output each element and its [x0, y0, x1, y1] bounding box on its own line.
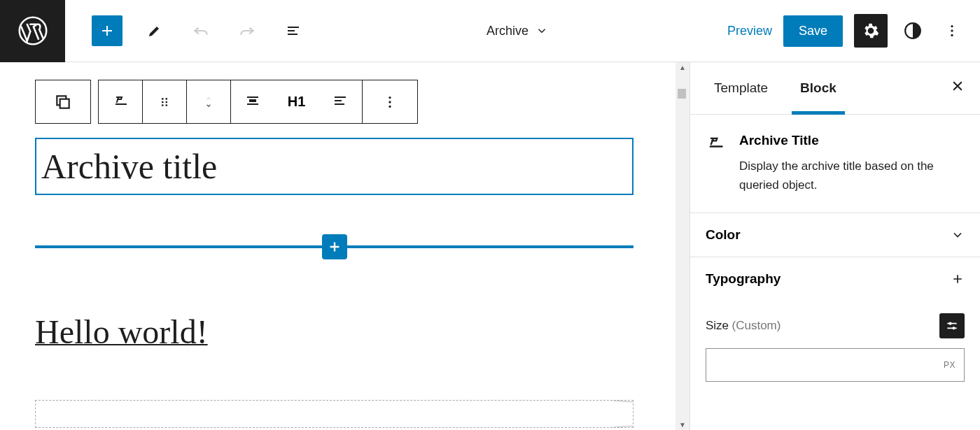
sidebar-tabs: Template Block: [690, 62, 980, 115]
drag-icon: [157, 94, 172, 110]
chevron-down-icon: [203, 102, 214, 109]
plus-icon: [99, 22, 115, 39]
styles-button[interactable]: [899, 17, 927, 45]
svg-point-11: [162, 104, 164, 106]
plus-icon: [327, 239, 342, 255]
list-view-button[interactable]: [279, 17, 307, 45]
color-panel-toggle[interactable]: Color: [690, 213, 980, 257]
size-custom-label: (Custom): [732, 319, 781, 332]
svg-point-2: [951, 25, 953, 27]
wordpress-logo-button[interactable]: [0, 0, 65, 62]
template-name-label: Archive: [486, 24, 528, 38]
close-icon: [951, 79, 965, 93]
color-panel-label: Color: [706, 227, 741, 243]
plus-icon: [951, 272, 965, 286]
block-type-button[interactable]: [99, 80, 143, 123]
typography-panel-label: Typography: [706, 271, 780, 287]
svg-rect-13: [249, 99, 256, 102]
redo-icon: [238, 22, 256, 40]
group-icon: [54, 93, 72, 111]
vertical-dots-icon: [382, 94, 398, 110]
editor-topbar: Archive Preview Save: [0, 0, 980, 62]
svg-point-9: [162, 101, 164, 103]
archive-title-block[interactable]: Archive title: [35, 138, 634, 195]
block-card-icon: [706, 133, 725, 194]
chevron-down-icon: [951, 228, 965, 242]
main-area: H1 Archive title Hello world! ▲ ▼: [0, 62, 980, 430]
contrast-icon: [904, 22, 922, 40]
font-size-input[interactable]: PX: [706, 348, 965, 382]
gear-icon: [862, 22, 880, 40]
drag-handle[interactable]: [143, 80, 187, 123]
scrollbar-thumb[interactable]: [678, 89, 686, 99]
placeholder-block[interactable]: [35, 400, 634, 428]
block-name-label: Archive Title: [739, 133, 965, 148]
toolbar-controls: H1: [231, 80, 363, 123]
preview-button[interactable]: Preview: [727, 24, 772, 38]
svg-point-14: [388, 96, 391, 98]
heading-level-button[interactable]: H1: [288, 94, 306, 110]
topbar-right-group: Preview Save: [727, 14, 980, 48]
pencil-icon: [146, 22, 163, 39]
add-block-button[interactable]: [92, 15, 122, 46]
undo-icon: [192, 22, 210, 40]
block-toolbar-group-2: H1: [98, 80, 418, 124]
topbar-left-group: [65, 15, 307, 46]
svg-point-10: [165, 101, 167, 103]
typography-panel-toggle[interactable]: Typography: [690, 257, 980, 301]
block-toolbar-group-1: [35, 80, 91, 124]
block-more-button[interactable]: [363, 80, 417, 123]
post-title-link[interactable]: Hello world!: [35, 313, 640, 351]
settings-sidebar: Template Block Archive Title Display the…: [690, 62, 980, 430]
size-label: Size: [706, 319, 729, 332]
align-icon: [244, 92, 261, 109]
chevron-down-icon: [536, 24, 548, 37]
align-button[interactable]: [244, 92, 261, 112]
tab-block[interactable]: Block: [792, 62, 845, 114]
wordpress-icon: [18, 15, 48, 46]
template-selector[interactable]: Archive: [307, 24, 727, 38]
svg-point-15: [388, 101, 391, 103]
block-info-text: Archive Title Display the archive title …: [739, 133, 965, 194]
size-unit-label: PX: [944, 360, 955, 370]
block-info-panel: Archive Title Display the archive title …: [690, 115, 980, 213]
scroll-up-arrow-icon: ▲: [676, 64, 690, 71]
scroll-down-arrow-icon: ▼: [676, 421, 690, 429]
svg-point-16: [388, 105, 391, 107]
list-view-icon: [285, 22, 302, 39]
block-toolbar: H1: [35, 80, 640, 124]
text-align-button[interactable]: [332, 92, 349, 112]
text-align-left-icon: [332, 92, 349, 109]
archive-title-icon: [706, 134, 725, 154]
size-presets-toggle[interactable]: [939, 313, 965, 338]
svg-point-17: [948, 322, 951, 325]
svg-point-12: [165, 104, 167, 106]
typography-panel-body: Size (Custom) PX: [690, 301, 980, 382]
inline-inserter-button[interactable]: [322, 234, 347, 259]
block-inserter-line: [35, 245, 634, 248]
redo-button[interactable]: [233, 17, 261, 45]
more-options-button[interactable]: [938, 17, 966, 45]
chevron-up-icon: [203, 95, 214, 102]
vertical-dots-icon: [944, 23, 960, 38]
font-size-row: Size (Custom): [706, 313, 965, 338]
sliders-icon: [945, 319, 959, 333]
archive-title-icon: [112, 94, 129, 110]
settings-button[interactable]: [854, 14, 888, 48]
close-sidebar-button[interactable]: [951, 79, 965, 97]
tab-template[interactable]: Template: [706, 62, 776, 114]
editor-canvas: H1 Archive title Hello world!: [0, 62, 676, 430]
svg-point-3: [951, 29, 953, 31]
undo-button[interactable]: [187, 17, 215, 45]
select-parent-button[interactable]: [36, 80, 90, 123]
svg-point-7: [162, 98, 164, 100]
svg-point-4: [951, 34, 953, 36]
svg-rect-6: [60, 99, 69, 108]
edit-tool-button[interactable]: [141, 17, 169, 45]
scrollbar[interactable]: ▲ ▼: [676, 62, 690, 430]
save-button[interactable]: Save: [783, 15, 843, 47]
move-up-down-button[interactable]: [187, 80, 231, 123]
svg-point-18: [952, 327, 955, 330]
block-description: Display the archive title based on the q…: [739, 157, 965, 194]
svg-point-8: [165, 98, 167, 100]
